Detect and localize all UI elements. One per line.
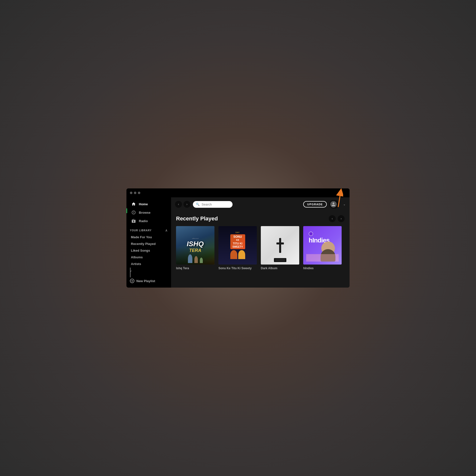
section-header: Recently Played ‹ › bbox=[176, 215, 345, 222]
sidebar: Home Browse bbox=[126, 197, 171, 288]
sidebar-item-home[interactable]: Home bbox=[129, 200, 169, 208]
forward-button[interactable]: › bbox=[183, 201, 190, 208]
album-art-sonu: SAY SONU KE TITU KI SWEETY bbox=[218, 226, 257, 265]
nav-section: Home Browse bbox=[126, 200, 171, 225]
sidebar-item-radio-label: Radio bbox=[139, 219, 148, 223]
radio-icon bbox=[131, 219, 136, 223]
traffic-light-expand[interactable] bbox=[138, 192, 140, 194]
collapse-arrow-icon[interactable]: ∨ bbox=[130, 269, 168, 272]
content-area: Recently Played ‹ › ᵒᴺᵉˢᵒᵘˡ bbox=[171, 211, 350, 288]
album-card-sonu[interactable]: SAY SONU KE TITU KI SWEETY bbox=[218, 226, 257, 270]
album-label-sonu: Sonu Ke Titu Ki Sweety bbox=[218, 267, 257, 270]
library-section: YOUR LIBRARY ∧ Made For You Recently Pla… bbox=[126, 229, 171, 272]
library-header: YOUR LIBRARY ∧ bbox=[130, 229, 168, 232]
main-content: ‹ › 🔍 UPGRADE bbox=[171, 197, 350, 288]
album-card-hindies[interactable]: hIndies hIndies bbox=[303, 226, 342, 270]
sidebar-item-browse[interactable]: Browse bbox=[129, 208, 169, 217]
album-art-hindies: hIndies bbox=[303, 226, 342, 265]
search-icon: 🔍 bbox=[196, 203, 200, 206]
library-list: Made For You Recently Played Liked Songs… bbox=[130, 234, 168, 268]
app-body: Home Browse bbox=[126, 197, 350, 288]
section-title: Recently Played bbox=[176, 215, 218, 222]
album-label-dark: Dark Album bbox=[261, 267, 299, 270]
new-playlist-label: New Playlist bbox=[136, 279, 155, 283]
title-bar bbox=[126, 188, 350, 197]
plus-icon: + bbox=[130, 279, 134, 283]
section-nav: ‹ › bbox=[329, 215, 345, 222]
library-item-made-for-you[interactable]: Made For You bbox=[130, 234, 168, 240]
sidebar-item-home-label: Home bbox=[139, 202, 148, 206]
app-window: Home Browse bbox=[126, 188, 350, 288]
library-item-artists[interactable]: Artists bbox=[130, 261, 168, 267]
library-item-albums[interactable]: Albums bbox=[130, 254, 168, 260]
library-scroll-up[interactable]: ∧ bbox=[165, 229, 168, 232]
browse-icon bbox=[131, 210, 136, 215]
album-label-ishq-tera: Ishq Tera bbox=[176, 267, 214, 270]
traffic-light-close[interactable] bbox=[130, 192, 132, 194]
top-bar: ‹ › 🔍 UPGRADE bbox=[171, 197, 350, 211]
search-box[interactable]: 🔍 bbox=[193, 201, 233, 208]
album-label-hindies: hIndies bbox=[303, 267, 342, 270]
active-indicator bbox=[126, 208, 127, 213]
search-input[interactable] bbox=[202, 203, 230, 206]
traffic-light-minimize[interactable] bbox=[134, 192, 136, 194]
section-prev-button[interactable]: ‹ bbox=[329, 215, 336, 222]
section-next-button[interactable]: › bbox=[338, 215, 345, 222]
album-card-dark[interactable]: Dark Album bbox=[261, 226, 299, 270]
traffic-lights bbox=[130, 192, 140, 194]
album-art-dark bbox=[261, 226, 299, 265]
back-button[interactable]: ‹ bbox=[175, 201, 182, 208]
library-item-recently-played[interactable]: Recently Played bbox=[130, 241, 168, 247]
arrow-annotation bbox=[326, 197, 343, 208]
album-grid: ᵒᴺᵉˢᵒᵘˡ ISHQ TERA bbox=[176, 226, 345, 270]
sidebar-item-browse-label: Browse bbox=[139, 211, 150, 214]
sidebar-item-radio[interactable]: Radio bbox=[129, 217, 169, 225]
library-title: YOUR LIBRARY bbox=[130, 229, 152, 232]
album-art-ishq-tera: ᵒᴺᵉˢᵒᵘˡ ISHQ TERA bbox=[176, 226, 214, 265]
svg-line-1 bbox=[338, 197, 341, 207]
album-card-ishq-tera[interactable]: ᵒᴺᵉˢᵒᵘˡ ISHQ TERA bbox=[176, 226, 214, 270]
new-playlist-button[interactable]: + New Playlist bbox=[126, 277, 159, 285]
library-item-liked-songs[interactable]: Liked Songs bbox=[130, 247, 168, 254]
nav-arrows: ‹ › bbox=[175, 201, 190, 208]
chevron-down-icon[interactable]: ⌄ bbox=[343, 203, 346, 206]
home-icon bbox=[131, 202, 136, 206]
library-scrollbar-thumb[interactable] bbox=[130, 268, 131, 277]
upgrade-button[interactable]: UPGRADE bbox=[303, 201, 327, 208]
